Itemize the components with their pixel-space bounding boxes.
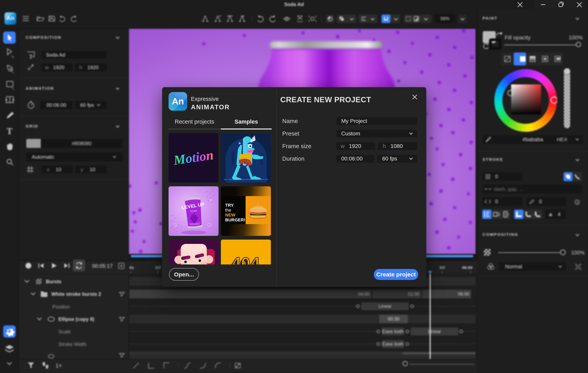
svg-text:Grape: Grape xyxy=(190,209,197,213)
